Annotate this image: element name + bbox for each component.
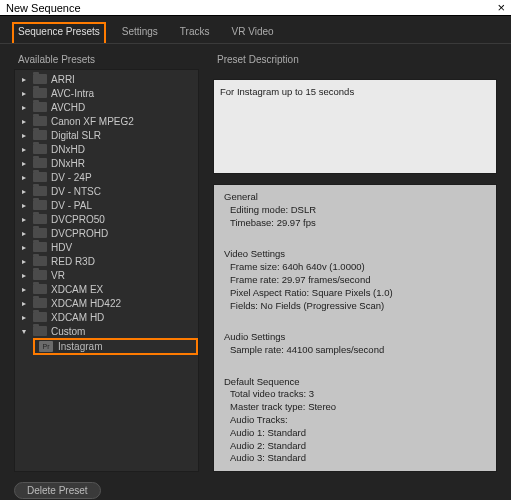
detail-line: Timebase: 29.97 fps (224, 217, 490, 230)
chevron-right-icon[interactable] (19, 159, 29, 168)
folder-icon (33, 326, 47, 337)
preset-tree[interactable]: ARRIAVC-IntraAVCHDCanon XF MPEG2Digital … (14, 69, 199, 472)
folder-icon (33, 214, 47, 225)
detail-line: Total video tracks: 3 (224, 388, 490, 401)
preset-folder[interactable]: DV - NTSC (15, 184, 198, 198)
preset-folder[interactable]: AVC-Intra (15, 86, 198, 100)
folder-icon (33, 130, 47, 141)
chevron-right-icon[interactable] (19, 257, 29, 266)
preset-folder-label: DVCPROHD (51, 228, 108, 239)
preset-folder[interactable]: XDCAM EX (15, 282, 198, 296)
chevron-right-icon[interactable] (19, 187, 29, 196)
preset-folder-label: DV - NTSC (51, 186, 101, 197)
chevron-right-icon[interactable] (19, 131, 29, 140)
preset-folder[interactable]: XDCAM HD (15, 310, 198, 324)
detail-line: Audio 2: Standard (224, 440, 490, 453)
folder-icon (33, 172, 47, 183)
chevron-right-icon[interactable] (19, 299, 29, 308)
preset-folder-label: DV - PAL (51, 200, 92, 211)
preset-folder-label: AVC-Intra (51, 88, 94, 99)
preset-folder[interactable]: XDCAM HD422 (15, 296, 198, 310)
chevron-right-icon[interactable] (19, 117, 29, 126)
preset-folder-label: Canon XF MPEG2 (51, 116, 134, 127)
folder-icon (33, 102, 47, 113)
preset-folder[interactable]: DV - PAL (15, 198, 198, 212)
tabs: Sequence PresetsSettingsTracksVR Video (0, 16, 511, 44)
chevron-right-icon[interactable] (19, 103, 29, 112)
preset-icon: Pr (39, 341, 53, 352)
folder-icon (33, 88, 47, 99)
preset-folder-label: DV - 24P (51, 172, 92, 183)
chevron-right-icon[interactable] (19, 75, 29, 84)
folder-icon (33, 242, 47, 253)
detail-line: Audio Settings (224, 331, 490, 344)
preset-folder-label: AVCHD (51, 102, 85, 113)
preset-folder[interactable]: VR (15, 268, 198, 282)
chevron-right-icon[interactable] (19, 313, 29, 322)
folder-icon (33, 116, 47, 127)
preset-item-label: Instagram (58, 341, 102, 352)
detail-line (224, 229, 490, 242)
preset-folder-label: XDCAM EX (51, 284, 103, 295)
tab-vr-video[interactable]: VR Video (226, 22, 280, 43)
folder-icon (33, 228, 47, 239)
detail-line: General (224, 191, 490, 204)
new-sequence-dialog: New Sequence × Sequence PresetsSettingsT… (0, 0, 511, 500)
chevron-right-icon[interactable] (19, 215, 29, 224)
folder-icon (33, 284, 47, 295)
preset-description-box: For Instagram up to 15 seconds (213, 79, 497, 174)
chevron-right-icon[interactable] (19, 173, 29, 182)
folder-icon (33, 158, 47, 169)
chevron-right-icon[interactable] (19, 271, 29, 280)
preset-folder[interactable]: DVCPRO50 (15, 212, 198, 226)
folder-icon (33, 298, 47, 309)
dialog-body: Sequence PresetsSettingsTracksVR Video A… (0, 16, 511, 500)
preset-folder[interactable]: DNxHR (15, 156, 198, 170)
preset-folder-label: DNxHR (51, 158, 85, 169)
tab-tracks[interactable]: Tracks (174, 22, 216, 43)
detail-line: Frame size: 640h 640v (1.0000) (224, 261, 490, 274)
chevron-right-icon[interactable] (19, 89, 29, 98)
preset-description-header: Preset Description (217, 54, 497, 65)
folder-icon (33, 74, 47, 85)
folder-icon (33, 186, 47, 197)
preset-folder[interactable]: RED R3D (15, 254, 198, 268)
close-icon[interactable]: × (497, 0, 505, 15)
detail-line: Editing mode: DSLR (224, 204, 490, 217)
chevron-right-icon[interactable] (19, 243, 29, 252)
preset-folder[interactable]: HDV (15, 240, 198, 254)
chevron-right-icon[interactable] (19, 145, 29, 154)
detail-line: Fields: No Fields (Progressive Scan) (224, 300, 490, 313)
preset-folder[interactable]: AVCHD (15, 100, 198, 114)
preset-folder[interactable]: Canon XF MPEG2 (15, 114, 198, 128)
preset-folder[interactable]: DNxHD (15, 142, 198, 156)
chevron-right-icon[interactable] (19, 285, 29, 294)
preset-folder-label: VR (51, 270, 65, 281)
detail-line: Audio Tracks: (224, 414, 490, 427)
folder-icon (33, 144, 47, 155)
delete-preset-button[interactable]: Delete Preset (14, 482, 101, 499)
detail-line: Master track type: Stereo (224, 401, 490, 414)
preset-folder[interactable]: DVCPROHD (15, 226, 198, 240)
chevron-right-icon[interactable] (19, 229, 29, 238)
right-panel: Preset Description For Instagram up to 1… (213, 50, 497, 472)
folder-icon (33, 200, 47, 211)
preset-folder[interactable]: DV - 24P (15, 170, 198, 184)
chevron-down-icon[interactable] (19, 327, 29, 336)
detail-line: Sample rate: 44100 samples/second (224, 344, 490, 357)
preset-folder[interactable]: Digital SLR (15, 128, 198, 142)
preset-item[interactable]: PrInstagram (33, 338, 198, 355)
detail-line: Video Settings (224, 248, 490, 261)
preset-folder[interactable]: Custom (15, 324, 198, 338)
preset-folder-label: XDCAM HD (51, 312, 104, 323)
bottom-controls: Delete Preset Sequence Name: OK Cancel (0, 478, 511, 500)
tab-settings[interactable]: Settings (116, 22, 164, 43)
detail-line: Default Sequence (224, 376, 490, 389)
preset-folder[interactable]: ARRI (15, 72, 198, 86)
chevron-right-icon[interactable] (19, 201, 29, 210)
folder-icon (33, 312, 47, 323)
available-presets-header: Available Presets (18, 54, 199, 65)
preset-folder-label: DVCPRO50 (51, 214, 105, 225)
folder-icon (33, 270, 47, 281)
tab-sequence-presets[interactable]: Sequence Presets (12, 22, 106, 43)
